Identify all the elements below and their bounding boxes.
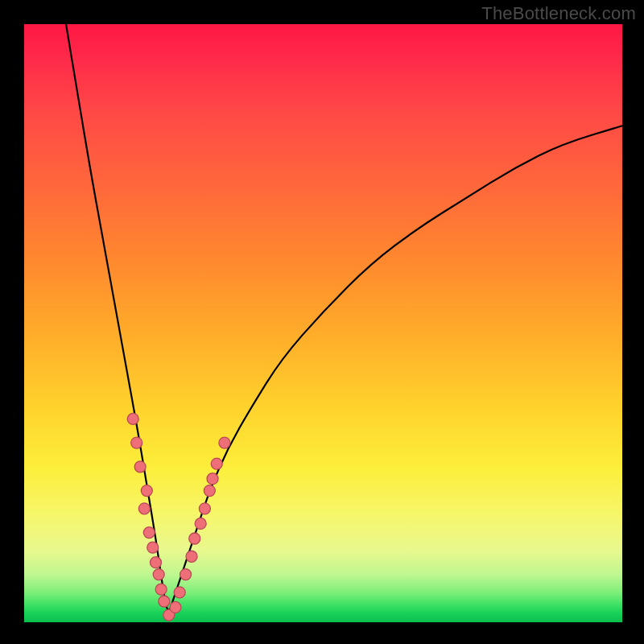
data-marker: [174, 587, 185, 598]
chart-svg: [24, 24, 622, 622]
data-marker: [189, 533, 200, 544]
data-marker: [170, 601, 181, 613]
watermark-text: TheBottleneck.com: [481, 3, 636, 24]
data-marker: [159, 596, 170, 607]
data-marker: [141, 485, 152, 497]
data-marker: [153, 569, 164, 580]
data-marker: [143, 527, 155, 539]
data-marker: [147, 542, 159, 553]
marker-group: [127, 413, 230, 621]
chart-frame: TheBottleneck.com: [0, 0, 644, 644]
data-marker: [138, 503, 150, 514]
data-marker: [131, 437, 142, 448]
data-marker: [207, 473, 218, 485]
data-marker: [186, 551, 197, 562]
data-marker: [155, 584, 167, 595]
data-marker: [199, 503, 210, 514]
data-marker: [180, 569, 192, 580]
data-marker: [134, 461, 146, 473]
data-marker: [150, 557, 161, 568]
data-marker: [219, 437, 230, 448]
bottleneck-curve: [66, 24, 622, 610]
data-marker: [211, 458, 222, 469]
data-marker: [195, 518, 206, 529]
data-marker: [127, 413, 138, 424]
data-marker: [204, 485, 215, 497]
plot-area: [24, 24, 622, 622]
